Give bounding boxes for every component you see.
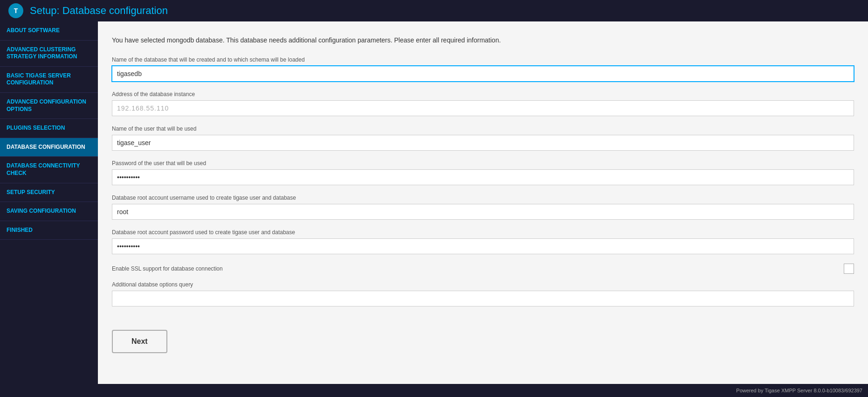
sidebar-item-basic-tigase[interactable]: BASIC TIGASE SERVER CONFIGURATION (0, 67, 98, 93)
label-db-root-user: Database root account username used to c… (112, 195, 854, 201)
svg-text:T: T (14, 7, 18, 14)
field-group-db-name: Name of the database that will be create… (112, 56, 854, 82)
next-button[interactable]: Next (112, 330, 167, 353)
additional-input[interactable] (112, 291, 854, 306)
sidebar-item-database-connectivity[interactable]: DATABASE CONNECTIVITY CHECK (0, 157, 98, 183)
ssl-label: Enable SSL support for database connecti… (112, 265, 223, 272)
label-db-password: Password of the user that will be used (112, 160, 854, 167)
input-db-password[interactable] (112, 169, 854, 185)
sidebar: ABOUT SOFTWAREADVANCED CLUSTERING STRATE… (0, 21, 98, 384)
sidebar-item-plugins-selection[interactable]: PLUGINS SELECTION (0, 119, 98, 138)
input-db-name[interactable] (112, 66, 854, 82)
app-logo: T (7, 2, 24, 19)
sidebar-item-finished[interactable]: FINISHED (0, 221, 98, 240)
sidebar-item-saving-configuration[interactable]: SAVING CONFIGURATION (0, 202, 98, 221)
label-db-address: Address of the database instance (112, 91, 854, 98)
field-group-db-address: Address of the database instance (112, 91, 854, 116)
label-db-user: Name of the user that will be used (112, 125, 854, 132)
main-content: You have selected mongodb database. This… (98, 21, 868, 384)
input-db-root-password[interactable] (112, 238, 854, 254)
field-group-db-user: Name of the user that will be used (112, 125, 854, 151)
field-group-db-root-user: Database root account username used to c… (112, 195, 854, 220)
additional-options-group: Additional databse options query (112, 281, 854, 306)
main-layout: ABOUT SOFTWAREADVANCED CLUSTERING STRATE… (0, 21, 868, 384)
button-row: Next (112, 316, 854, 353)
sidebar-item-about-software[interactable]: ABOUT SOFTWARE (0, 21, 98, 41)
input-db-root-user[interactable] (112, 204, 854, 220)
page-title: Setup: Database configuration (30, 5, 168, 17)
form-fields: Name of the database that will be create… (112, 56, 854, 254)
ssl-checkbox[interactable] (844, 264, 854, 274)
info-text: You have selected mongodb database. This… (112, 35, 854, 45)
sidebar-item-advanced-config[interactable]: ADVANCED CONFIGURATION OPTIONS (0, 93, 98, 119)
label-db-root-password: Database root account password used to c… (112, 229, 854, 236)
footer-text: Powered by Tigase XMPP Server 8.0.0-b100… (736, 388, 862, 393)
field-group-db-root-password: Database root account password used to c… (112, 229, 854, 254)
sidebar-item-setup-security[interactable]: SETUP SECURITY (0, 183, 98, 202)
sidebar-item-database-configuration[interactable]: DATABASE CONFIGURATION (0, 138, 98, 157)
additional-label: Additional databse options query (112, 281, 854, 288)
input-db-user[interactable] (112, 135, 854, 151)
field-group-db-password: Password of the user that will be used (112, 160, 854, 185)
label-db-name: Name of the database that will be create… (112, 56, 854, 63)
input-db-address[interactable] (112, 100, 854, 116)
footer: Powered by Tigase XMPP Server 8.0.0-b100… (0, 384, 868, 397)
ssl-row: Enable SSL support for database connecti… (112, 264, 854, 274)
sidebar-item-advanced-clustering[interactable]: ADVANCED CLUSTERING STRATEGY INFORMATION (0, 41, 98, 67)
app-header: T Setup: Database configuration (0, 0, 868, 21)
